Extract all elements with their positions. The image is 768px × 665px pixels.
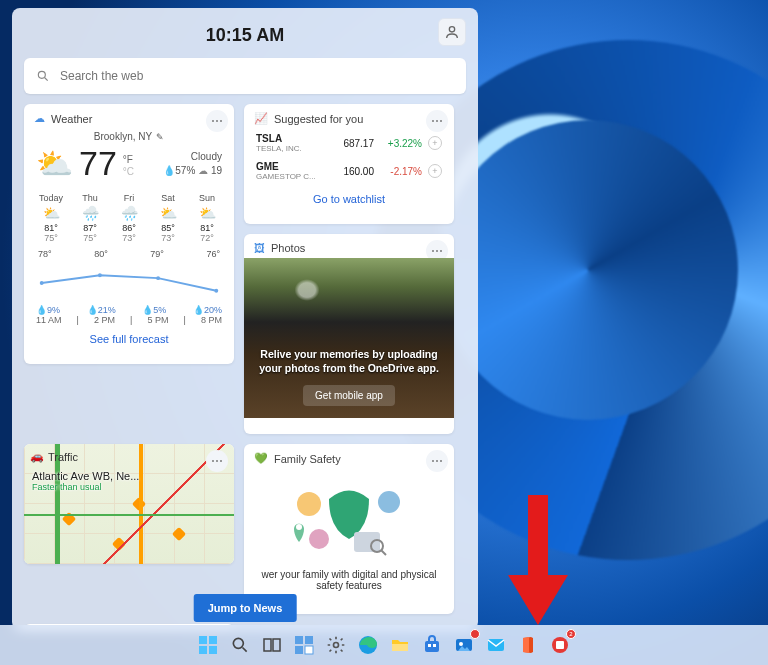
svg-point-6	[214, 289, 218, 293]
widget-menu-button[interactable]: ⋯	[426, 450, 448, 472]
wallpaper-swirl	[438, 120, 738, 420]
svg-rect-22	[264, 639, 271, 651]
stocks-icon: 📈	[254, 112, 268, 125]
task-view-button[interactable]	[258, 631, 286, 659]
svg-line-21	[243, 648, 247, 652]
svg-rect-18	[199, 646, 207, 654]
svg-point-35	[459, 642, 463, 646]
weather-day-icon: ⛅	[34, 205, 68, 221]
photos-image: Relive your memories by uploading your p…	[244, 258, 454, 418]
photos-app-button[interactable]	[450, 631, 478, 659]
search-box[interactable]	[24, 58, 466, 94]
file-explorer-button[interactable]	[386, 631, 414, 659]
weather-day-icon: 🌧️	[112, 205, 146, 221]
store-button[interactable]	[418, 631, 446, 659]
widget-menu-button[interactable]: ⋯	[206, 110, 228, 132]
cloud-icon: ☁	[34, 112, 45, 125]
snip-button[interactable]: 2	[546, 631, 574, 659]
svg-rect-10	[354, 532, 380, 552]
badge-icon	[470, 629, 480, 639]
svg-rect-36	[488, 639, 504, 651]
svg-rect-26	[295, 646, 303, 654]
svg-line-12	[381, 550, 386, 555]
svg-point-4	[98, 273, 102, 277]
widget-title: Weather	[51, 113, 92, 125]
svg-point-0	[449, 27, 454, 32]
mail-button[interactable]	[482, 631, 510, 659]
account-button[interactable]	[438, 18, 466, 46]
see-forecast-link[interactable]: See full forecast	[24, 325, 234, 353]
pencil-icon[interactable]: ✎	[156, 132, 164, 142]
weather-day-icon: ⛅	[190, 205, 224, 221]
badge-icon: 2	[566, 629, 576, 639]
stock-row[interactable]: TSLATESLA, INC. 687.17 +3.22% +	[244, 129, 454, 157]
settings-button[interactable]	[322, 631, 350, 659]
forecast-days: Today⛅81°75° Thu🌧️87°75° Fri🌧️86°73° Sat…	[24, 189, 234, 249]
weather-temp: 77	[79, 144, 117, 183]
watchlist-link[interactable]: Go to watchlist	[244, 185, 454, 213]
start-button[interactable]	[194, 631, 222, 659]
get-app-button[interactable]: Get mobile app	[303, 385, 395, 406]
svg-rect-32	[428, 644, 431, 647]
widget-menu-button[interactable]: ⋯	[206, 450, 228, 472]
office-button[interactable]	[514, 631, 542, 659]
widgets-panel: 10:15 AM ⋯ ☁Weather Brooklyn, NY ✎ ⛅ 77 …	[12, 8, 478, 630]
svg-rect-31	[425, 641, 439, 652]
add-stock-button[interactable]: +	[428, 164, 442, 178]
widget-title: Photos	[271, 242, 305, 254]
svg-rect-14	[528, 495, 548, 575]
widget-title: Family Safety	[274, 453, 341, 465]
photos-icon: 🖼	[254, 242, 265, 254]
traffic-widget[interactable]: 🚗Traffic ⋯ Atlantic Ave WB, Ne... Faster…	[24, 444, 234, 564]
weather-widget[interactable]: ⋯ ☁Weather Brooklyn, NY ✎ ⛅ 77 °F°C Clou…	[24, 104, 234, 364]
svg-rect-27	[305, 646, 313, 654]
traffic-route: Atlantic Ave WB, Ne...	[32, 470, 139, 482]
traffic-status: Faster than usual	[32, 482, 139, 492]
edge-button[interactable]	[354, 631, 382, 659]
photos-widget[interactable]: ⋯ 🖼Photos Relive your memories by upload…	[244, 234, 454, 434]
svg-point-1	[38, 71, 45, 78]
stocks-widget[interactable]: ⋯ 📈Suggested for you TSLATESLA, INC. 687…	[244, 104, 454, 224]
svg-point-3	[40, 281, 44, 285]
search-button[interactable]	[226, 631, 254, 659]
weather-day-icon: ⛅	[151, 205, 185, 221]
widget-title: Suggested for you	[274, 113, 363, 125]
map-marker-icon	[112, 537, 126, 551]
search-icon	[36, 69, 50, 83]
svg-point-20	[233, 638, 243, 648]
svg-rect-25	[305, 636, 313, 644]
svg-point-13	[296, 524, 302, 530]
photos-text: Relive your memories by uploading your p…	[256, 347, 442, 375]
family-illustration	[244, 469, 454, 569]
annotation-arrow-icon	[508, 495, 568, 625]
jump-to-news-button[interactable]: Jump to News	[194, 594, 297, 622]
svg-line-2	[45, 78, 48, 81]
svg-rect-24	[295, 636, 303, 644]
weather-condition: Cloudy	[163, 150, 222, 164]
family-safety-widget[interactable]: ⋯ 💚Family Safety wer your family with di…	[244, 444, 454, 614]
weather-day-icon: 🌧️	[73, 205, 107, 221]
svg-rect-16	[199, 636, 207, 644]
add-stock-button[interactable]: +	[428, 136, 442, 150]
map-marker-icon	[172, 527, 186, 541]
search-input[interactable]	[60, 69, 454, 83]
map-marker-icon	[62, 512, 76, 526]
family-text: wer your family with digital and physica…	[244, 569, 454, 591]
svg-point-5	[156, 276, 160, 280]
panel-time: 10:15 AM	[206, 25, 284, 46]
svg-rect-19	[209, 646, 217, 654]
svg-point-28	[334, 643, 339, 648]
stock-row[interactable]: GMEGAMESTOP C... 160.00 -2.17% +	[244, 157, 454, 185]
taskbar: 2	[0, 625, 768, 665]
svg-point-8	[378, 491, 400, 513]
svg-marker-15	[508, 575, 568, 625]
widget-title: Traffic	[48, 451, 78, 463]
widgets-button[interactable]	[290, 631, 318, 659]
weather-hourly-chart	[32, 263, 226, 303]
svg-point-7	[297, 492, 321, 516]
heart-icon: 💚	[254, 452, 268, 465]
svg-point-9	[309, 529, 329, 549]
weather-location[interactable]: Brooklyn, NY ✎	[24, 129, 234, 144]
svg-rect-30	[392, 644, 408, 651]
widget-menu-button[interactable]: ⋯	[426, 110, 448, 132]
